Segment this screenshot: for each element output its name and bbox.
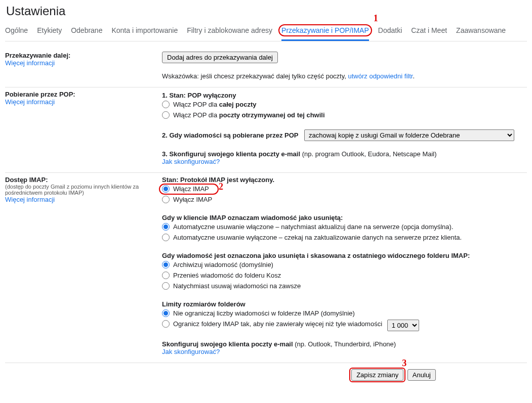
pop-how-to-configure-link[interactable]: Jak skonfigurować? — [162, 158, 220, 165]
imap-label: Dostęp IMAP: — [5, 176, 162, 184]
imap-expunge-delete-radio[interactable] — [162, 282, 170, 290]
imap-enable-text: Włącz IMAP — [173, 185, 209, 193]
imap-limit-count-select[interactable]: 1 000 — [387, 320, 419, 331]
section-pop: Pobieranie przez POP: Więcej informacji … — [5, 87, 527, 173]
tab-labels[interactable]: Etykiety — [37, 21, 62, 41]
imap-more-info-link[interactable]: Więcej informacji — [5, 196, 55, 203]
settings-tabs: Ogólne Etykiety Odebrane Konta i importo… — [5, 21, 527, 41]
imap-state: Stan: Protokół IMAP jest wyłączony. — [162, 176, 274, 184]
imap-limit-capped-option[interactable]: Ogranicz foldery IMAP tak, aby nie zawie… — [162, 320, 382, 328]
forwarding-tip-text: Wskazówka: jeśli chcesz przekazywać dale… — [162, 72, 348, 80]
pop-step3-bold: 3. Skonfiguruj swojego klienta poczty e-… — [162, 150, 300, 158]
imap-limit-title: Limity rozmiarów folderów — [162, 300, 245, 308]
section-imap: Dostęp IMAP: (dostęp do poczty Gmail z p… — [5, 173, 527, 363]
imap-autodelete-off-option[interactable]: Automatyczne usuwanie wyłączone – czekaj… — [162, 234, 462, 241]
imap-limit-unlimited-option[interactable]: Nie ograniczaj liczby wiadomości w folde… — [162, 309, 355, 317]
pop-opt-all-prefix: Włącz POP dla — [173, 101, 219, 108]
imap-how-to-configure-link[interactable]: Jak skonfigurować? — [162, 348, 220, 355]
imap-autodelete-on-text: Automatyczne usuwanie włączone – natychm… — [173, 223, 454, 231]
pop-more-info-link[interactable]: Więcej informacji — [5, 98, 55, 106]
cancel-button[interactable]: Anuluj — [407, 369, 436, 381]
tab-general[interactable]: Ogólne — [5, 21, 28, 41]
forwarding-more-info-link[interactable]: Więcej informacji — [5, 59, 55, 67]
imap-enable-option[interactable]: Włącz IMAP — [162, 185, 209, 193]
actions-bar: Zapisz zmiany 3 Anuluj — [5, 363, 527, 381]
pop-enable-all-radio[interactable] — [162, 101, 170, 108]
pop-opt-now-prefix: Włącz POP dla — [173, 111, 219, 119]
create-filter-link[interactable]: utwórz odpowiedni filtr — [348, 72, 413, 80]
imap-expunge-archive-radio[interactable] — [162, 261, 170, 268]
imap-limit-capped-text: Ogranicz foldery IMAP tak, aby nie zawie… — [173, 320, 382, 328]
pop-state-value: POP wyłączony — [188, 92, 236, 99]
imap-expunge-delete-text: Natychmiast usuwaj wiadomości na zawsze — [173, 282, 301, 290]
imap-expunge-trash-radio[interactable] — [162, 272, 170, 279]
section-forwarding: Przekazywanie dalej: Więcej informacji D… — [5, 49, 527, 87]
imap-disable-radio[interactable] — [162, 196, 170, 203]
pop-enable-now-radio[interactable] — [162, 111, 170, 119]
forwarding-label: Przekazywanie dalej: — [5, 52, 162, 59]
pop-opt-all-bold: całej poczty — [219, 101, 257, 108]
imap-expunge-trash-text: Przenieś wiadomość do folderu Kosz — [173, 272, 281, 279]
forwarding-tip: Wskazówka: jeśli chcesz przekazywać dale… — [162, 72, 527, 80]
pop-step3-rest: (np. program Outlook, Eudora, Netscape M… — [300, 150, 437, 158]
tab-forwarding-pop-imap[interactable]: Przekazywanie i POP/IMAP — [281, 21, 369, 41]
pop-state-prefix: 1. Stan: — [162, 92, 188, 99]
tab-advanced[interactable]: Zaawansowane — [456, 21, 506, 41]
imap-delete-title: Gdy w kliencie IMAP oznaczam wiadomość j… — [162, 214, 343, 221]
tab-filters[interactable]: Filtry i zablokowane adresy — [187, 21, 272, 41]
tab-chat-meet[interactable]: Czat i Meet — [411, 21, 447, 41]
tab-inbox[interactable]: Odebrane — [71, 21, 102, 41]
imap-expunge-delete-option[interactable]: Natychmiast usuwaj wiadomości na zawsze — [162, 282, 301, 290]
imap-autodelete-on-option[interactable]: Automatyczne usuwanie włączone – natychm… — [162, 223, 454, 231]
imap-expunge-archive-option[interactable]: Archiwizuj wiadomość (domyślnie) — [162, 261, 273, 268]
imap-limit-unlimited-radio[interactable] — [162, 309, 170, 317]
imap-configure-rest: (np. Outlook, Thunderbird, iPhone) — [293, 340, 396, 348]
imap-enable-radio[interactable] — [162, 185, 170, 193]
imap-autodelete-off-text: Automatyczne usuwanie wyłączone – czekaj… — [173, 234, 462, 241]
pop-label: Pobieranie przez POP: — [5, 91, 162, 98]
pop-enable-all-option[interactable]: Włącz POP dla całej poczty — [162, 101, 257, 108]
imap-limit-capped-radio[interactable] — [162, 320, 170, 328]
add-forwarding-address-button[interactable]: Dodaj adres do przekazywania dalej — [162, 52, 278, 63]
imap-autodelete-off-radio[interactable] — [162, 234, 170, 241]
imap-disable-option[interactable]: Wyłącz IMAP — [162, 196, 212, 203]
imap-expunge-title: Gdy wiadomość jest oznaczona jako usunię… — [162, 252, 470, 259]
pop-opt-now-bold: poczty otrzymywanej od tej chwili — [219, 111, 325, 119]
imap-limit-unlimited-text: Nie ograniczaj liczby wiadomości w folde… — [173, 309, 355, 317]
save-button[interactable]: Zapisz zmiany — [351, 369, 403, 381]
imap-expunge-trash-option[interactable]: Przenieś wiadomość do folderu Kosz — [162, 272, 281, 279]
imap-disable-text: Wyłącz IMAP — [173, 196, 212, 203]
tab-accounts[interactable]: Konta i importowanie — [111, 21, 178, 41]
tab-addons[interactable]: Dodatki — [378, 21, 402, 41]
pop-step2-label: 2. Gdy wiadomości są pobierane przez POP — [162, 131, 298, 139]
forwarding-tip-suffix: . — [413, 72, 415, 80]
pop-enable-now-option[interactable]: Włącz POP dla poczty otrzymywanej od tej… — [162, 111, 325, 119]
imap-configure-bold: Skonfiguruj swojego klienta poczty e-mai… — [162, 340, 293, 348]
imap-autodelete-on-radio[interactable] — [162, 223, 170, 231]
pop-action-select[interactable]: zachowaj kopię z usługi Gmail w folderze… — [304, 129, 514, 141]
page-title: Ustawienia — [6, 4, 527, 18]
imap-sublabel: (dostęp do poczty Gmail z poziomu innych… — [5, 184, 162, 196]
imap-expunge-archive-text: Archiwizuj wiadomość (domyślnie) — [173, 261, 273, 268]
